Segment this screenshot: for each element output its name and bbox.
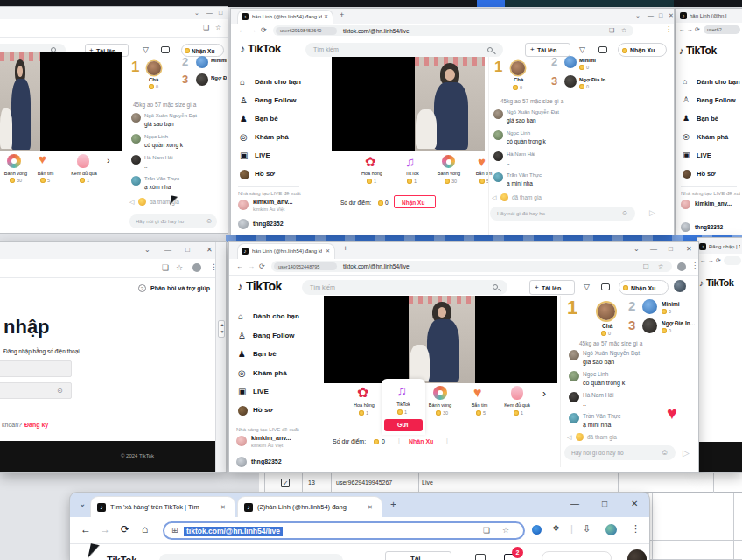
back-icon[interactable]: ← (80, 524, 91, 535)
star-icon[interactable]: ☆ (176, 264, 183, 272)
header-avatar[interactable] (674, 280, 686, 292)
chat-user[interactable]: Ngọc Linh (144, 134, 168, 140)
reload-icon[interactable]: ⟳ (259, 263, 265, 270)
tiktok-logo[interactable]: TikTok (248, 43, 281, 55)
url-bar[interactable]: ⊞ tiktok.com/@hn.linh54/live ❏ ☆ (163, 522, 525, 540)
gift-donut-icon[interactable] (7, 154, 21, 168)
sidebar-item-explore[interactable]: Khám phá (255, 134, 289, 142)
chat-user[interactable]: Trần Văn Thực (144, 176, 179, 182)
profile-globe-icon[interactable] (606, 524, 617, 536)
extension-icon[interactable] (532, 525, 542, 535)
gift-heart-icon[interactable]: ♥ (478, 155, 486, 168)
forward-icon[interactable]: → (249, 27, 256, 34)
chat-input[interactable]: Hãy nói gì đó hay ho ☺ (130, 214, 217, 228)
minimize-button[interactable]: — (206, 10, 213, 16)
message-icon[interactable] (161, 46, 170, 53)
minimize-button[interactable]: — (648, 12, 654, 18)
sidebar-item-live[interactable]: LIVE (255, 152, 270, 160)
gift-icecream-icon[interactable] (511, 386, 523, 400)
maximize-button[interactable]: □ (186, 247, 190, 254)
maximize-button[interactable]: □ (668, 246, 673, 253)
share-icon[interactable]: ❏ (609, 27, 614, 33)
emoji-icon[interactable]: ☺ (206, 218, 213, 225)
menu-icon[interactable]: ⋮ (691, 262, 698, 270)
maximize-button[interactable]: □ (219, 10, 222, 16)
funnel-icon[interactable]: ▽ (584, 284, 590, 291)
collapse-icon[interactable]: ◁ (567, 434, 571, 440)
sidebar-item-following[interactable]: Đang Follow (255, 97, 297, 105)
back-icon[interactable]: ← (238, 27, 245, 34)
sidebar-item-explore[interactable]: Khám phá (253, 370, 287, 378)
url-bar[interactable]: user629198452640 tiktok.com/@hn.linh54/l… (273, 25, 634, 36)
login-field-password[interactable]: ⊙ (0, 382, 72, 399)
creator-name[interactable]: thng82352 (695, 224, 723, 230)
tiktok-logo[interactable]: TikTok (686, 46, 717, 57)
url-selected-text[interactable]: tiktok.com/@hn.linh54/live (184, 527, 283, 536)
gift-heart-icon[interactable]: ♥ (38, 152, 46, 165)
new-tab-button[interactable]: + (390, 500, 396, 510)
url-bar[interactable] (724, 256, 741, 265)
collapse-icon[interactable]: ◁ (492, 194, 496, 200)
sidebar-item-profile[interactable]: Hồ sơ (696, 171, 716, 178)
chat-user[interactable]: Ngô Xuân Nguyễn Đạt (507, 109, 559, 116)
star-icon[interactable]: ☆ (658, 263, 663, 270)
creator-name[interactable]: thng82352 (253, 220, 284, 228)
sidebar-item-explore[interactable]: Khám phá (696, 134, 728, 141)
new-tab-button[interactable]: + (343, 245, 347, 253)
star-icon[interactable]: ☆ (502, 527, 509, 535)
chat-user[interactable]: Hà Nam Hải (583, 392, 613, 398)
login-field-phone[interactable] (0, 360, 72, 377)
back-icon[interactable]: ← (236, 263, 243, 270)
browser-tab-2[interactable]: ♪ (2)hân Linh (@hn.linh54) đang ✕ (238, 497, 382, 517)
register-link[interactable]: Đăng ký (24, 422, 48, 429)
scroll-down-icon[interactable]: ▼ (220, 330, 225, 334)
reload-icon[interactable]: ⟳ (261, 27, 267, 34)
star-icon[interactable]: ☆ (215, 24, 221, 32)
tab-close-icon[interactable]: ✕ (220, 504, 226, 510)
creator-name[interactable]: kimkim_anv... (695, 200, 740, 206)
chat-user[interactable]: Trần Văn Thực (507, 172, 542, 178)
browser-tab-1[interactable]: ♪ Tìm 'xả hàng' trên TikTok | Tìm ✕ (91, 497, 234, 517)
chat-user[interactable]: Ngọc Linh (583, 371, 608, 377)
sidebar-item-friends[interactable]: Bạn bè (696, 116, 718, 122)
sidebar-item-following[interactable]: Đang Follow (253, 332, 295, 340)
row-checkbox[interactable]: ✓ (281, 479, 290, 487)
tab-search-chevron[interactable]: ⌄ (79, 500, 86, 508)
creator-name[interactable]: kimkim_anv... (251, 435, 290, 442)
url-chip[interactable]: user140952448795 (274, 262, 337, 270)
extensions-puzzle-icon[interactable]: ❖ (552, 524, 560, 533)
chat-user[interactable]: Ngô Xuân Nguyễn Đạt (583, 350, 640, 356)
tab-close-icon[interactable]: ✕ (324, 14, 328, 19)
search-input[interactable]: Tìm kiếm (305, 43, 503, 57)
sidebar-item-profile[interactable]: Hồ sơ (253, 407, 273, 415)
browser-tab[interactable]: ♪ hân Linh (@hn.linh54) đang kh ✕ (238, 244, 334, 259)
page-avatar[interactable] (627, 550, 647, 560)
profile-icon[interactable] (677, 262, 686, 271)
home-icon[interactable]: ⌂ (142, 524, 148, 535)
maximize-button[interactable]: □ (659, 12, 662, 18)
gift-donut-icon[interactable] (442, 155, 455, 168)
tiktok-logo[interactable]: TikTok (246, 280, 282, 293)
reload-icon[interactable]: ⟳ (695, 26, 700, 32)
send-icon[interactable]: ▷ (649, 209, 655, 217)
like-heart-icon[interactable]: ♥ (667, 404, 677, 422)
tab-close-icon[interactable]: ✕ (368, 504, 373, 510)
get-coins-button[interactable]: Nhận Xu (618, 43, 667, 57)
gift-heart-icon[interactable]: ♥ (473, 386, 482, 400)
minimize-button[interactable]: — (570, 500, 579, 508)
gift-donut-icon[interactable] (433, 386, 447, 400)
back-icon[interactable]: ← (700, 257, 706, 263)
message-icon[interactable] (598, 46, 607, 53)
menu-icon[interactable]: ⋮ (631, 524, 640, 534)
close-button[interactable]: ✕ (206, 247, 213, 254)
close-button[interactable]: ✕ (686, 246, 692, 253)
sidebar-item-live[interactable]: LIVE (253, 388, 269, 396)
get-coins-link[interactable]: Nhận Xu (409, 438, 433, 445)
get-coins-link[interactable]: Nhận Xu (394, 195, 436, 208)
gift-rose-icon[interactable]: ✿ (357, 386, 368, 400)
forward-icon[interactable]: → (248, 263, 255, 270)
gifts-more-icon[interactable]: › (107, 156, 110, 165)
emoji-icon[interactable]: ☺ (661, 449, 668, 457)
message-icon[interactable] (475, 554, 486, 560)
gifts-more-icon[interactable]: › (542, 388, 546, 399)
